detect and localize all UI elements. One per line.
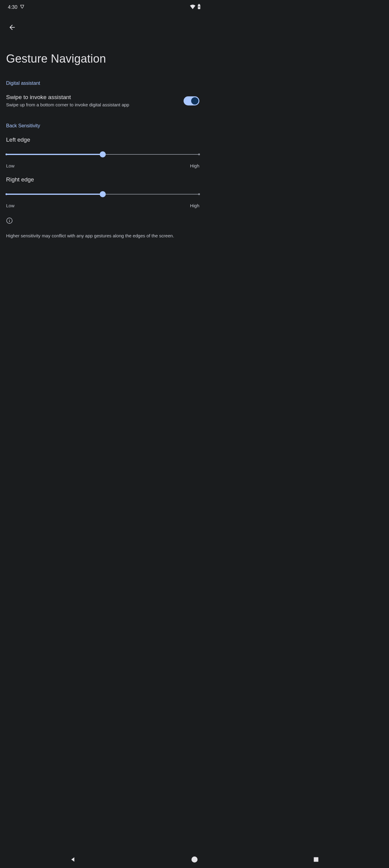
pref-subtitle: Swipe up from a bottom corner to invoke … [6, 102, 179, 108]
wifi-icon [190, 4, 196, 10]
pref-swipe-assistant[interactable]: Swipe to invoke assistant Swipe up from … [6, 94, 199, 108]
right-edge-block: Right edge Low High [6, 176, 199, 208]
label-high: High [190, 163, 199, 168]
content: Digital assistant Swipe to invoke assist… [0, 81, 205, 239]
right-edge-labels: Low High [6, 203, 199, 208]
slider-thumb[interactable] [100, 151, 106, 157]
svg-rect-1 [199, 4, 200, 5]
slider-tick-high [198, 153, 200, 155]
left-edge-labels: Low High [6, 163, 199, 168]
slider-fill [6, 194, 103, 195]
label-high: High [190, 203, 199, 208]
svg-point-4 [9, 219, 10, 220]
page-title: Gesture Navigation [6, 52, 201, 65]
section-header-back-sensitivity: Back Sensitivity [6, 123, 199, 129]
info-text: Higher sensitivity may conflict with any… [6, 232, 199, 239]
left-edge-slider[interactable] [6, 152, 199, 157]
info-block: Higher sensitivity may conflict with any… [6, 217, 199, 239]
assistant-toggle[interactable] [184, 96, 199, 105]
status-bar: 4:30 [0, 0, 205, 14]
right-edge-title: Right edge [6, 176, 199, 183]
slider-fill [6, 154, 103, 155]
switch-thumb [191, 97, 198, 104]
status-left: 4:30 [8, 4, 25, 10]
left-edge-block: Left edge Low High [6, 136, 199, 168]
app-bar: Gesture Navigation [0, 14, 205, 65]
brave-icon [20, 4, 25, 10]
section-header-assistant: Digital assistant [6, 81, 199, 86]
back-button[interactable] [5, 20, 20, 35]
pref-text: Swipe to invoke assistant Swipe up from … [6, 94, 179, 108]
status-time: 4:30 [8, 5, 17, 10]
battery-icon [197, 4, 201, 11]
status-right [190, 4, 201, 11]
label-low: Low [6, 203, 14, 208]
label-low: Low [6, 163, 14, 168]
right-edge-slider[interactable] [6, 192, 199, 196]
slider-tick-high [198, 193, 200, 195]
arrow-back-icon [8, 23, 16, 31]
slider-thumb[interactable] [100, 191, 106, 197]
info-icon [6, 220, 13, 225]
left-edge-title: Left edge [6, 136, 199, 143]
pref-title: Swipe to invoke assistant [6, 94, 179, 101]
